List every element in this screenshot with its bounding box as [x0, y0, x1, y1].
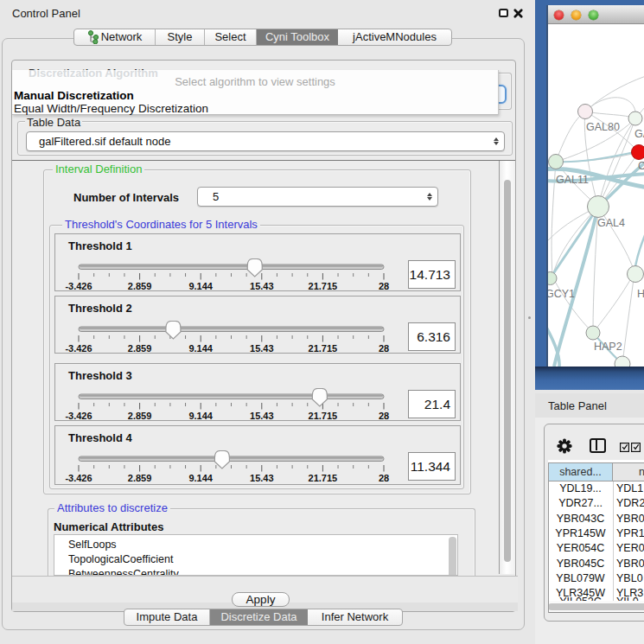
svg-text:28: 28: [379, 343, 389, 354]
svg-text:GAL80: GAL80: [586, 121, 620, 133]
svg-text:15.43: 15.43: [250, 281, 274, 291]
svg-text:21.715: 21.715: [309, 473, 338, 483]
svg-text:2.859: 2.859: [128, 343, 152, 354]
svg-text:GA: GA: [634, 128, 644, 140]
svg-text:GAL11: GAL11: [556, 174, 589, 186]
svg-text:15.43: 15.43: [250, 473, 274, 483]
svg-text:28: 28: [379, 411, 389, 421]
svg-text:C: C: [638, 160, 644, 172]
svg-text:21.715: 21.715: [309, 343, 338, 354]
svg-text:GCY1: GCY1: [546, 288, 575, 300]
svg-text:-3.426: -3.426: [65, 281, 92, 291]
svg-text:9.144: 9.144: [188, 281, 213, 291]
svg-text:H: H: [637, 288, 644, 300]
svg-text:9.144: 9.144: [188, 411, 213, 421]
svg-text:28: 28: [379, 281, 389, 291]
svg-text:-3.426: -3.426: [65, 343, 92, 354]
svg-text:21.715: 21.715: [309, 411, 338, 421]
svg-text:9.144: 9.144: [188, 473, 213, 483]
svg-text:15.43: 15.43: [250, 411, 274, 421]
svg-text:2.859: 2.859: [128, 281, 152, 291]
svg-text:HAP2: HAP2: [594, 341, 622, 353]
svg-text:-3.426: -3.426: [65, 411, 92, 421]
svg-text:15.43: 15.43: [250, 343, 274, 354]
svg-text:21.715: 21.715: [309, 281, 338, 291]
svg-text:-3.426: -3.426: [65, 473, 92, 483]
svg-text:9.144: 9.144: [188, 343, 213, 354]
svg-text:28: 28: [379, 473, 389, 483]
svg-text:GAL4: GAL4: [597, 217, 625, 229]
svg-text:2.859: 2.859: [128, 411, 152, 421]
svg-text:2.859: 2.859: [128, 473, 152, 483]
